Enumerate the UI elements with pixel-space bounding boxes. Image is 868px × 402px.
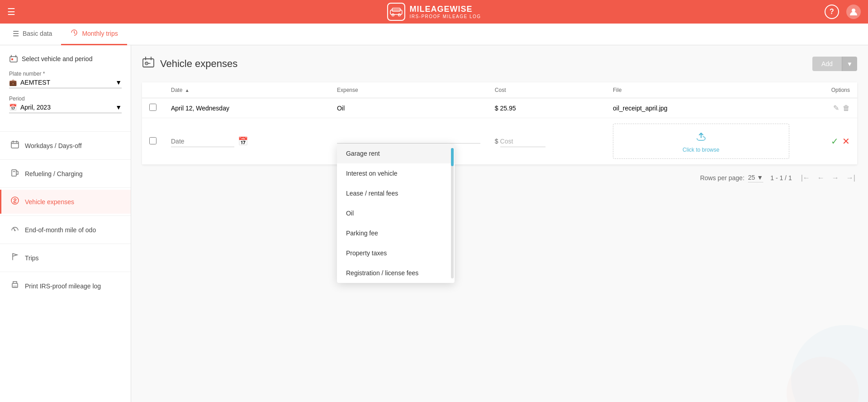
page-title: Vehicle expenses: [160, 58, 237, 70]
svg-rect-7: [11, 142, 19, 148]
date-input-cell: 📅: [171, 136, 323, 147]
fuel-icon: [10, 168, 19, 179]
sidebar-section-title: Select vehicle and period: [9, 54, 122, 63]
plate-number-label: Plate number *: [9, 71, 122, 77]
table-row: April 12, Wednesday Oil $ 25.95 oil_rece…: [142, 98, 857, 118]
new-row: 📅 Garage rent: [142, 118, 857, 165]
menu-icon[interactable]: ☰: [7, 6, 15, 17]
col-expense: Expense: [330, 82, 488, 98]
upload-icon: [695, 129, 707, 145]
brand-logo: MILEAGEWISE IRS-PROOF MILEAGE LOG: [387, 3, 481, 21]
sidebar-item-print-label: Print IRS-proof mileage log: [25, 282, 101, 290]
svg-rect-14: [143, 59, 154, 67]
monthly-trips-icon: [70, 29, 78, 38]
expense-select-cell: Garage rent Interest on vehicle Lease / …: [330, 118, 488, 165]
dropdown-item-parking-fee[interactable]: Parking fee: [337, 223, 455, 243]
sidebar-item-trips-label: Trips: [25, 254, 39, 262]
tab-bar: ☰ Basic data Monthly trips: [0, 24, 868, 45]
flag-icon: [10, 252, 19, 263]
page-title-row: Vehicle expenses: [142, 56, 237, 72]
upload-text: Click to browse: [683, 147, 719, 153]
sidebar-item-workdays-label: Workdays / Days-off: [25, 142, 82, 149]
help-button[interactable]: ?: [825, 5, 839, 19]
calendar-icon: [10, 140, 19, 151]
new-row-checkbox[interactable]: [149, 137, 157, 144]
tab-monthly-trips-label: Monthly trips: [82, 30, 118, 37]
delete-button[interactable]: 🗑: [843, 104, 850, 112]
print-icon: [10, 280, 19, 292]
edit-button[interactable]: ✎: [833, 104, 839, 112]
row-checkbox[interactable]: [149, 104, 157, 111]
period-field: Period 📅 April, 2023 ▼: [9, 96, 122, 113]
user-avatar[interactable]: [846, 5, 861, 19]
sidebar: Select vehicle and period Plate number *…: [0, 45, 131, 402]
cost-input[interactable]: [500, 136, 545, 147]
date-input[interactable]: [171, 136, 234, 147]
brand-text: MILEAGEWISE IRS-PROOF MILEAGE LOG: [409, 5, 481, 19]
period-select[interactable]: 📅 April, 2023 ▼: [9, 104, 122, 113]
svg-point-12: [791, 325, 868, 402]
sidebar-item-print[interactable]: Print IRS-proof mileage log: [0, 274, 131, 298]
plate-number-field: Plate number * 💼 AEMTEST ▼: [9, 71, 122, 88]
scrollbar[interactable]: [451, 148, 454, 278]
calendar-icon[interactable]: 📅: [238, 136, 248, 146]
svg-rect-6: [11, 58, 13, 60]
tab-monthly-trips[interactable]: Monthly trips: [61, 24, 127, 45]
svg-rect-5: [10, 57, 17, 62]
expense-dropdown-trigger[interactable]: [337, 139, 480, 144]
dropdown-item-garage-rent[interactable]: Garage rent: [337, 144, 455, 163]
col-checkbox: [142, 82, 164, 98]
prev-page-button[interactable]: ←: [816, 172, 826, 184]
per-page-select[interactable]: 25 ▼: [748, 174, 763, 182]
dropdown-item-oil[interactable]: Oil: [337, 203, 455, 223]
add-button[interactable]: Add: [812, 57, 842, 71]
dropdown-item-property-taxes[interactable]: Property taxes: [337, 243, 455, 263]
expense-dropdown-menu: Garage rent Interest on vehicle Lease / …: [337, 144, 455, 283]
period-label: Period: [9, 96, 122, 102]
sidebar-item-refueling[interactable]: Refueling / Charging: [0, 162, 131, 186]
sort-icon[interactable]: ▲: [185, 88, 190, 93]
upload-area[interactable]: Click to browse: [613, 124, 789, 159]
dropdown-item-registration-license-fees[interactable]: Registration / license fees: [337, 263, 455, 283]
confirm-button[interactable]: ✓: [831, 136, 839, 147]
scroll-thumb: [451, 148, 454, 166]
chevron-down-icon-period: ▼: [115, 104, 122, 111]
per-page-label: Rows per page:: [700, 174, 745, 182]
sidebar-item-vehicle-expenses[interactable]: Vehicle expenses: [0, 190, 131, 214]
money-icon: [10, 196, 19, 207]
period-value: April, 2023: [20, 104, 112, 111]
sidebar-item-refueling-label: Refueling / Charging: [25, 170, 83, 177]
sidebar-item-end-of-month[interactable]: End-of-month mile of odo: [0, 218, 131, 242]
brand-name: MILEAGEWISE: [409, 5, 481, 14]
svg-point-4: [852, 9, 855, 12]
top-nav: ☰ MILEAGEWISE IRS-PROOF MILEAGE LOG ?: [0, 0, 868, 24]
cancel-button[interactable]: ✕: [842, 136, 850, 147]
sidebar-item-vehicle-expenses-label: Vehicle expenses: [25, 198, 74, 206]
cost-input-wrapper: $: [495, 136, 598, 147]
last-page-button[interactable]: →|: [844, 172, 857, 184]
sidebar-item-trips[interactable]: Trips: [0, 246, 131, 270]
add-button-arrow[interactable]: ▼: [842, 57, 857, 71]
svg-point-13: [787, 357, 859, 402]
dropdown-item-lease-rental-fees[interactable]: Lease / rental fees: [337, 183, 455, 203]
gauge-icon: [10, 224, 19, 235]
basic-data-icon: ☰: [13, 29, 19, 38]
per-page-value: 25: [748, 174, 755, 181]
sidebar-item-workdays[interactable]: Workdays / Days-off: [0, 134, 131, 158]
per-page-chevron: ▼: [757, 174, 763, 181]
tab-basic-data[interactable]: ☰ Basic data: [4, 24, 61, 45]
plate-number-select[interactable]: 💼 AEMTEST ▼: [9, 79, 122, 88]
row-cost: $ 25.95: [488, 98, 606, 118]
brand-tagline: IRS-PROOF MILEAGE LOG: [409, 14, 481, 19]
svg-point-3: [398, 14, 400, 16]
period-icon: 📅: [9, 104, 17, 111]
first-page-button[interactable]: |←: [799, 172, 812, 184]
next-page-button[interactable]: →: [830, 172, 841, 184]
dropdown-item-interest-on-vehicle[interactable]: Interest on vehicle: [337, 163, 455, 183]
expense-select-wrapper: Garage rent Interest on vehicle Lease / …: [337, 139, 480, 144]
page-header: Vehicle expenses Add ▼: [142, 56, 857, 72]
col-cost: Cost: [488, 82, 606, 98]
sidebar-section-label: Select vehicle and period: [22, 55, 92, 62]
cost-symbol: $: [495, 138, 498, 145]
svg-point-2: [392, 14, 394, 16]
